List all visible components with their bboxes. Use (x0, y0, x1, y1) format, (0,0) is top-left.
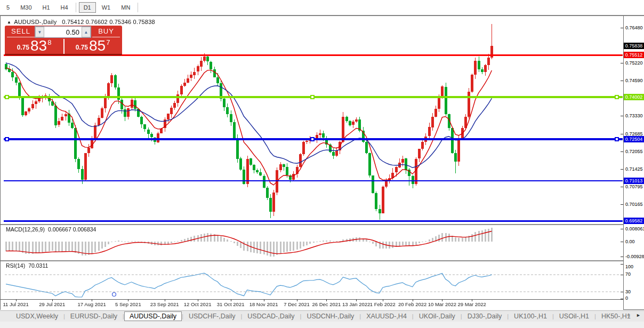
date-label: 17 Aug 2021 (78, 301, 106, 307)
date-label: 1 Feb 2022 (370, 301, 396, 307)
price-divider (63, 39, 65, 54)
toolbar-separator (138, 3, 138, 12)
sell-price-prefix: 0.75 (17, 44, 29, 51)
axis-tick-label: 0.73330 (625, 113, 643, 118)
axis-tick-label: 0.70165 (625, 202, 643, 207)
date-label: 11 Jul 2021 (3, 301, 28, 307)
buy-button[interactable]: BUY (92, 26, 120, 37)
price-chart-canvas[interactable] (3, 18, 623, 299)
chart-ohlc-values: 0.75412 0.76602 0.75346 0.75838 (62, 19, 155, 25)
price-badge: 0.69582 (624, 218, 644, 224)
macd-indicator-label: MACD(12,26,9)0.006667 0.006834 (6, 226, 99, 233)
rsi-pane-separator[interactable] (1, 260, 643, 261)
buy-price-prefix: 0.75 (76, 44, 88, 51)
axis-tick-label: 0.008061 (625, 226, 644, 231)
chart-window: ▲AUDUSD-,Daily0.75412 0.76602 0.75346 0.… (0, 15, 644, 310)
date-label: 5 Sep 2021 (115, 301, 141, 307)
collapse-triangle-icon[interactable]: ▲ (7, 20, 11, 25)
volume-decrease-button[interactable]: ▼ (35, 27, 44, 37)
volume-increase-button[interactable]: ▲ (82, 27, 91, 37)
date-label: 7 Dec 2021 (284, 301, 310, 307)
timeframe-button-m30[interactable]: M30 (15, 2, 36, 13)
date-label: 20 Feb 2022 (398, 301, 426, 307)
macd-values: 0.006667 0.006834 (48, 226, 96, 233)
timeframe-button-h4[interactable]: H4 (56, 2, 73, 13)
date-label: 10 Mar 2022 (428, 301, 456, 307)
tab-scroll-left-icon[interactable]: ◄ (626, 313, 631, 318)
trading-platform-window: 5M30H1H4D1W1MN ▲AUDUSD-,Daily0.75412 0.7… (0, 0, 644, 328)
sell-price[interactable]: 0.75 83 8 (5, 38, 63, 54)
chart-tab-usdchf[interactable]: USDCHF-,Daily (183, 312, 241, 321)
timeframe-button-mn[interactable]: MN (116, 2, 135, 13)
tab-scroll-controls: ◄ ► (626, 313, 641, 318)
chart-tab-eurusd[interactable]: EURUSD-,Daily (65, 312, 123, 321)
chart-tab-usdcnh[interactable]: USDCNH-,Daily (301, 312, 359, 321)
axis-tick-label: 0.74590 (625, 78, 643, 83)
chart-symbol-label: AUDUSD-,Daily (14, 19, 57, 25)
price-axis: 0.764800.752200.745900.733300.726850.720… (624, 16, 644, 309)
price-badge: 0.74002 (624, 94, 644, 100)
symbol-tab-bar: USDX,Weekly|EURUSD-,Daily|AUDUSD-,Daily|… (0, 310, 644, 322)
price-badge: 0.75838 (624, 43, 644, 49)
chart-tab-usdcad[interactable]: USDCAD-,Daily (242, 312, 300, 321)
buy-price-big-digits: 85 (89, 39, 106, 53)
price-badge: 0.72504 (624, 136, 644, 142)
date-label: 26 Dec 2021 (312, 301, 341, 307)
buy-price-pip-digit: 7 (106, 38, 110, 46)
chart-tab-uk100[interactable]: UK100-,H1 (509, 312, 552, 321)
axis-tick-label: 70 (625, 271, 631, 277)
status-strip (0, 322, 644, 328)
axis-tick-label: 0.72055 (625, 149, 643, 154)
chart-title: ▲AUDUSD-,Daily0.75412 0.76602 0.75346 0.… (7, 19, 155, 25)
axis-tick-label: 0.00 (625, 239, 635, 244)
axis-tick-label: 30 (625, 289, 631, 294)
rsi-name: RSI(14) (6, 262, 25, 269)
date-label: 29 Jul 2021 (39, 301, 65, 307)
tab-scroll-right-icon[interactable]: ► (636, 313, 641, 318)
axis-tick-label: 0 (625, 295, 628, 301)
volume-input[interactable] (44, 27, 82, 37)
toolbar-separator (76, 3, 76, 12)
price-badge: 0.71013 (624, 178, 644, 184)
volume-spinner: ▼ ▲ (35, 26, 91, 38)
chart-tab-ukoil[interactable]: UKOil-,Daily (414, 312, 461, 321)
trade-widget-top-row: SELL ▼ ▲ BUY (5, 26, 122, 38)
buy-price[interactable]: 0.75 85 7 (63, 38, 122, 54)
chart-tab-usoil[interactable]: USOil-,H1 (554, 312, 594, 321)
sell-price-pip-digit: 8 (47, 38, 51, 46)
axis-tick-label: -0.00928 (625, 254, 644, 259)
axis-tick-label: 100 (625, 264, 633, 269)
date-label: 31 Oct 2021 (217, 301, 245, 307)
axis-tick-label: 0.70795 (625, 184, 643, 189)
axis-tick-label: 0.71425 (625, 166, 643, 172)
one-click-trade-widget: SELL ▼ ▲ BUY 0.75 83 8 0.75 85 7 (5, 26, 122, 55)
timeframe-toolbar: 5M30H1H4D1W1MN (0, 0, 644, 15)
date-label: 18 Nov 2021 (249, 301, 278, 307)
price-badge: 0.75512 (624, 52, 644, 58)
timeframe-button-5[interactable]: 5 (2, 2, 14, 13)
rsi-value: 70.0311 (28, 262, 48, 269)
date-label: 12 Oct 2021 (184, 301, 212, 307)
date-label: 29 Mar 2022 (458, 301, 486, 307)
chart-tab-usdx[interactable]: USDX,Weekly (11, 312, 63, 321)
chart-tab-xauusd[interactable]: XAUUSD-,H4 (361, 312, 412, 321)
rsi-indicator-label: RSI(14)70.0311 (6, 262, 51, 269)
axis-tick-label: 0.76480 (625, 25, 643, 30)
macd-name: MACD(12,26,9) (6, 226, 45, 233)
sell-button[interactable]: SELL (7, 26, 35, 37)
timeframe-button-h1[interactable]: H1 (38, 2, 55, 13)
macd-pane-separator[interactable] (1, 224, 643, 225)
date-axis: 11 Jul 202129 Jul 202117 Aug 20215 Sep 2… (1, 300, 623, 310)
timeframe-button-d1[interactable]: D1 (79, 2, 96, 13)
sell-price-big-digits: 83 (30, 39, 47, 53)
timeframe-button-w1[interactable]: W1 (97, 2, 116, 13)
date-label: 13 Jan 2022 (342, 301, 370, 307)
chart-tab-dj30[interactable]: DJ30-,Daily (462, 312, 508, 321)
date-label: 23 Sep 2021 (150, 301, 179, 307)
chart-tab-audusd[interactable]: AUDUSD-,Daily (124, 311, 182, 321)
axis-tick-label: 0.75220 (625, 60, 643, 66)
